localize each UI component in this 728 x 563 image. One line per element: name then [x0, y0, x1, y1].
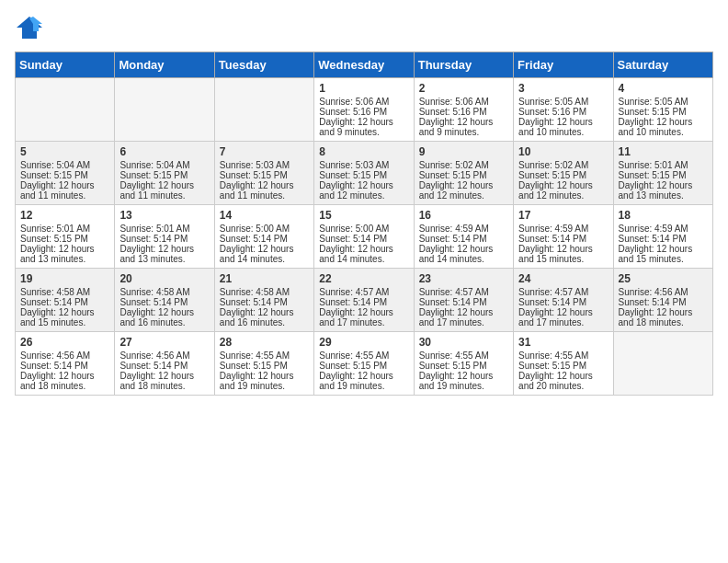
cell-content-line: Sunrise: 4:55 AM [419, 350, 508, 361]
cell-content-line: Sunset: 5:15 PM [518, 361, 608, 371]
cell-content-line: Sunrise: 4:59 AM [619, 224, 708, 234]
calendar-cell [613, 332, 712, 396]
cell-content-line: Daylight: 12 hours [319, 307, 408, 317]
calendar-cell: 7Sunrise: 5:03 AMSunset: 5:15 PMDaylight… [214, 142, 313, 205]
calendar-cell: 30Sunrise: 4:55 AMSunset: 5:15 PMDayligh… [414, 332, 513, 396]
cell-content-line: Sunset: 5:15 PM [419, 361, 508, 371]
calendar-cell: 13Sunrise: 5:01 AMSunset: 5:14 PMDayligh… [115, 205, 214, 269]
day-number: 26 [20, 336, 109, 349]
cell-content-line: Sunrise: 5:02 AM [419, 160, 508, 170]
cell-content-line: Sunrise: 5:01 AM [119, 224, 209, 234]
calendar-cell: 4Sunrise: 5:05 AMSunset: 5:15 PMDaylight… [613, 78, 712, 142]
cell-content-line: and 18 minutes. [119, 381, 209, 391]
calendar-cell: 2Sunrise: 5:06 AMSunset: 5:16 PMDaylight… [414, 78, 513, 142]
cell-content-line: Sunset: 5:15 PM [20, 170, 109, 180]
cell-content-line: Daylight: 12 hours [319, 244, 408, 254]
cell-content-line: Sunset: 5:15 PM [319, 361, 408, 371]
cell-content-line: Daylight: 12 hours [419, 307, 508, 317]
cell-content-line: Sunset: 5:14 PM [20, 297, 109, 307]
cell-content-line: Sunrise: 4:56 AM [20, 350, 109, 361]
cell-content-line: and 13 minutes. [119, 254, 209, 264]
calendar-cell: 27Sunrise: 4:56 AMSunset: 5:14 PMDayligh… [115, 332, 214, 396]
day-number: 24 [518, 272, 608, 285]
cell-content-line: and 15 minutes. [518, 254, 608, 264]
calendar-cell: 18Sunrise: 4:59 AMSunset: 5:14 PMDayligh… [613, 205, 712, 269]
cell-content-line: Sunrise: 5:04 AM [20, 160, 109, 170]
cell-content-line: Daylight: 12 hours [619, 244, 708, 254]
day-header-saturday: Saturday [613, 52, 712, 78]
cell-content-line: Sunrise: 4:57 AM [319, 287, 408, 297]
cell-content-line: Sunset: 5:14 PM [419, 234, 508, 244]
cell-content-line: and 14 minutes. [319, 254, 408, 264]
calendar-cell: 29Sunrise: 4:55 AMSunset: 5:15 PMDayligh… [314, 332, 414, 396]
calendar-cell [115, 78, 214, 142]
cell-content-line: Daylight: 12 hours [20, 371, 109, 381]
day-number: 20 [119, 272, 209, 285]
cell-content-line: Sunset: 5:15 PM [619, 107, 708, 117]
calendar-cell: 5Sunrise: 5:04 AMSunset: 5:15 PMDaylight… [16, 142, 115, 205]
day-header-wednesday: Wednesday [314, 52, 414, 78]
cell-content-line: Sunset: 5:14 PM [119, 297, 209, 307]
day-number: 2 [419, 82, 508, 95]
calendar-cell: 16Sunrise: 4:59 AMSunset: 5:14 PMDayligh… [414, 205, 513, 269]
cell-content-line: Daylight: 12 hours [619, 117, 708, 127]
cell-content-line: Daylight: 12 hours [119, 307, 209, 317]
cell-content-line: Sunset: 5:16 PM [419, 107, 508, 117]
page-header [15, 15, 713, 40]
cell-content-line: Daylight: 12 hours [518, 180, 608, 190]
cell-content-line: Sunset: 5:14 PM [518, 297, 608, 307]
cell-content-line: Sunset: 5:15 PM [20, 234, 109, 244]
cell-content-line: Sunrise: 5:03 AM [319, 160, 408, 170]
cell-content-line: Daylight: 12 hours [419, 180, 508, 190]
cell-content-line: Daylight: 12 hours [20, 307, 109, 317]
calendar-cell [16, 78, 115, 142]
cell-content-line: Sunset: 5:16 PM [319, 107, 408, 117]
cell-content-line: and 16 minutes. [220, 317, 309, 327]
calendar-cell: 10Sunrise: 5:02 AMSunset: 5:15 PMDayligh… [514, 142, 613, 205]
cell-content-line: and 20 minutes. [518, 381, 608, 391]
day-number: 7 [220, 145, 309, 158]
cell-content-line: Daylight: 12 hours [119, 244, 209, 254]
cell-content-line: Daylight: 12 hours [619, 307, 708, 317]
calendar-cell: 9Sunrise: 5:02 AMSunset: 5:15 PMDaylight… [414, 142, 513, 205]
cell-content-line: Sunset: 5:15 PM [619, 170, 708, 180]
calendar-table: SundayMondayTuesdayWednesdayThursdayFrid… [15, 52, 713, 396]
calendar-cell: 26Sunrise: 4:56 AMSunset: 5:14 PMDayligh… [16, 332, 115, 396]
cell-content-line: Sunset: 5:14 PM [619, 234, 708, 244]
day-number: 8 [319, 145, 408, 158]
cell-content-line: and 17 minutes. [319, 317, 408, 327]
day-number: 6 [119, 145, 209, 158]
cell-content-line: and 11 minutes. [20, 190, 109, 201]
cell-content-line: and 14 minutes. [220, 254, 309, 264]
day-number: 21 [220, 272, 309, 285]
cell-content-line: and 19 minutes. [319, 381, 408, 391]
calendar-cell: 11Sunrise: 5:01 AMSunset: 5:15 PMDayligh… [613, 142, 712, 205]
cell-content-line: Sunset: 5:14 PM [20, 361, 109, 371]
day-number: 14 [220, 209, 309, 222]
cell-content-line: Daylight: 12 hours [419, 371, 508, 381]
cell-content-line: Sunset: 5:16 PM [518, 107, 608, 117]
cell-content-line: Daylight: 12 hours [419, 244, 508, 254]
day-number: 17 [518, 209, 608, 222]
cell-content-line: Sunset: 5:15 PM [119, 170, 209, 180]
cell-content-line: Sunrise: 4:59 AM [518, 224, 608, 234]
cell-content-line: Daylight: 12 hours [220, 371, 309, 381]
calendar-cell: 8Sunrise: 5:03 AMSunset: 5:15 PMDaylight… [314, 142, 414, 205]
cell-content-line: Sunrise: 5:01 AM [20, 224, 109, 234]
cell-content-line: Sunrise: 5:00 AM [319, 224, 408, 234]
cell-content-line: Sunrise: 5:05 AM [518, 97, 608, 107]
day-number: 28 [220, 336, 309, 349]
day-number: 4 [619, 82, 708, 95]
day-number: 3 [518, 82, 608, 95]
calendar-week-row: 19Sunrise: 4:58 AMSunset: 5:14 PMDayligh… [16, 269, 713, 332]
cell-content-line: Sunrise: 5:06 AM [419, 97, 508, 107]
cell-content-line: Sunrise: 4:59 AM [419, 224, 508, 234]
cell-content-line: Sunset: 5:14 PM [518, 234, 608, 244]
day-number: 12 [20, 209, 109, 222]
calendar-cell [214, 78, 313, 142]
cell-content-line: and 17 minutes. [419, 317, 508, 327]
calendar-cell: 17Sunrise: 4:59 AMSunset: 5:14 PMDayligh… [514, 205, 613, 269]
day-number: 22 [319, 272, 408, 285]
calendar-cell: 22Sunrise: 4:57 AMSunset: 5:14 PMDayligh… [314, 269, 414, 332]
day-number: 31 [518, 336, 608, 349]
